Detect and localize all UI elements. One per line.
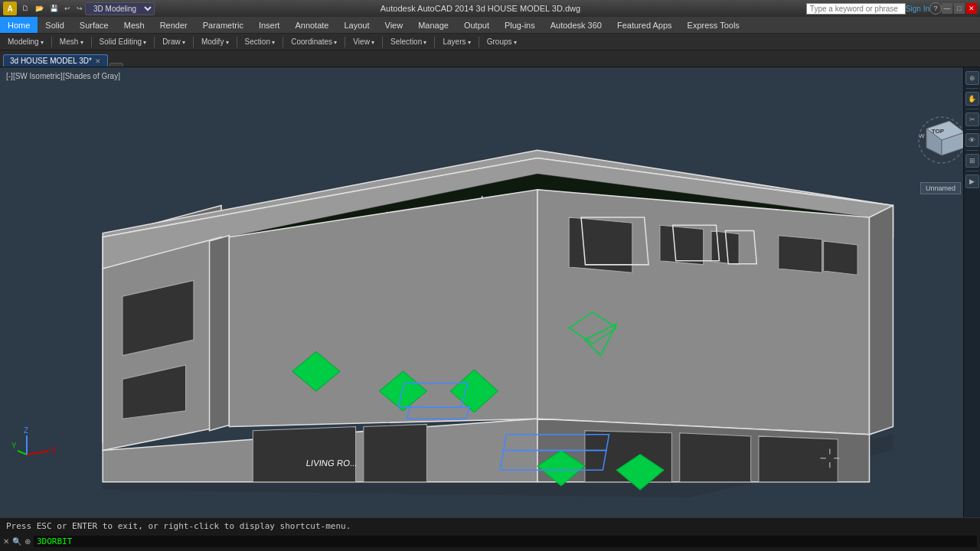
svg-line-57: [27, 451, 50, 455]
unnamed-panel: Unnamed: [920, 182, 961, 194]
ribbon-tab-annotate[interactable]: Annotate: [287, 17, 336, 33]
ribbon-tab-manage[interactable]: Manage: [410, 17, 456, 33]
maximize-button[interactable]: □: [954, 3, 965, 14]
svg-text:X: X: [51, 446, 57, 455]
toolbar-strip: Modeling Mesh Solid Editing Draw Modify …: [0, 34, 980, 51]
layers-tool[interactable]: Layers: [438, 37, 475, 47]
undo-btn[interactable]: ↩: [62, 4, 73, 13]
ribbon-tab-mesh[interactable]: Mesh: [116, 17, 152, 33]
svg-marker-40: [759, 436, 838, 482]
window-title: Autodesk AutoCAD 2014 3d HOUSE MODEL 3D.…: [155, 4, 806, 13]
vc-sep-3: [966, 129, 978, 130]
ribbon-tab-layout[interactable]: Layout: [336, 17, 377, 33]
command-input-row: ✕ 🔍 ⊕: [0, 534, 980, 549]
viewport-label: [-][SW Isometric][Shades of Gray]: [6, 72, 120, 80]
vc-sep-4: [966, 150, 978, 151]
ribbon-tab-featuredapps[interactable]: Featured Apps: [609, 17, 680, 33]
section-tool[interactable]: Section: [240, 37, 280, 47]
new-btn[interactable]: 🗋: [20, 4, 31, 13]
close-button[interactable]: ✕: [966, 3, 977, 14]
svg-marker-20: [210, 236, 230, 431]
tab-close-icon[interactable]: ✕: [95, 57, 101, 65]
pan-icon[interactable]: ✋: [965, 92, 979, 106]
modify-tool[interactable]: Modify: [197, 37, 234, 47]
ribbon-tab-solid[interactable]: Solid: [38, 17, 71, 33]
ribbon-tab-autodesk360[interactable]: Autodesk 360: [543, 17, 609, 33]
svg-marker-28: [711, 230, 739, 264]
view-tool[interactable]: View: [348, 37, 379, 47]
ribbon-tab-view[interactable]: View: [377, 17, 411, 33]
svg-marker-23: [869, 205, 893, 434]
view-controls-panel: ⊕ ✋ ✂ 👁 ⊞ ▶: [963, 67, 980, 517]
tab-bar: 3d HOUSE MODEL 3D* ✕: [0, 51, 980, 67]
ribbon-tab-parametric[interactable]: Parametric: [195, 17, 251, 33]
svg-line-59: [18, 451, 27, 455]
orbit-icon[interactable]: ⊕: [965, 71, 979, 85]
command-icon-button[interactable]: ⊕: [24, 537, 31, 546]
ribbon-tab-output[interactable]: Output: [456, 17, 497, 33]
ribbon-tab-insert[interactable]: Insert: [251, 17, 288, 33]
separator-4: [193, 37, 194, 47]
axis-svg: X Y Z: [11, 424, 57, 470]
walk-icon[interactable]: ⊞: [965, 154, 979, 168]
svg-text:Z: Z: [24, 426, 28, 435]
selection-tool[interactable]: Selection: [386, 37, 431, 47]
groups-tool[interactable]: Groups: [482, 37, 521, 47]
separator-10: [479, 37, 479, 47]
svg-text:TOP: TOP: [932, 128, 945, 135]
separator-1: [51, 37, 52, 47]
workspace-dropdown[interactable]: 3D Modeling: [85, 2, 155, 15]
look-icon[interactable]: 👁: [965, 133, 979, 147]
vc-sep-2: [966, 109, 978, 109]
modeling-tool[interactable]: Modeling: [3, 37, 48, 47]
separator-7: [345, 37, 345, 47]
svg-marker-36: [253, 426, 355, 481]
viewport[interactable]: [-][SW Isometric][Shades of Gray] .wall …: [0, 67, 980, 517]
help-button[interactable]: ?: [929, 2, 942, 15]
vc-sep-5: [966, 171, 978, 171]
drawing-tab-new[interactable]: [109, 63, 123, 67]
save-btn[interactable]: 💾: [47, 4, 60, 13]
open-btn[interactable]: 📂: [33, 4, 46, 13]
search-input[interactable]: [806, 3, 906, 15]
separator-3: [154, 37, 155, 47]
title-bar: A 🗋 📂 💾 ↩ ↪ 3D Modeling Autodesk AutoCAD…: [0, 0, 980, 17]
zoom-icon[interactable]: ✂: [965, 112, 979, 126]
draw-tool[interactable]: Draw: [158, 37, 190, 47]
ribbon-tab-home[interactable]: Home: [0, 17, 38, 33]
svg-text:LIVING RO...: LIVING RO...: [305, 458, 358, 468]
redo-btn[interactable]: ↪: [74, 4, 85, 13]
ribbon-tab-render[interactable]: Render: [152, 17, 195, 33]
coordinates-tool[interactable]: Coordinates: [286, 37, 341, 47]
ribbon-tab-plugins[interactable]: Plug-ins: [497, 17, 543, 33]
command-search-button[interactable]: 🔍: [12, 537, 21, 546]
vc-sep-1: [966, 88, 978, 89]
command-status: Press ESC or ENTER to exit, or right-cli…: [0, 518, 980, 534]
mesh-tool[interactable]: Mesh: [55, 37, 88, 47]
axis-indicator: X Y Z: [11, 424, 57, 471]
command-clear-button[interactable]: ✕: [3, 537, 9, 546]
svg-marker-37: [364, 424, 427, 481]
minimize-button[interactable]: —: [942, 3, 952, 14]
svg-text:Y: Y: [11, 442, 17, 450]
ribbon-tab-surface[interactable]: Surface: [72, 17, 116, 33]
command-input-field[interactable]: [34, 536, 977, 547]
flythrough-icon[interactable]: ▶: [965, 174, 979, 188]
separator-2: [91, 37, 92, 47]
navigation-cube[interactable]: TOP W: [911, 113, 965, 167]
ribbon-tab-expresstools[interactable]: Express Tools: [680, 17, 747, 33]
svg-marker-30: [824, 241, 858, 275]
sign-in-button[interactable]: Sign In: [906, 5, 929, 13]
app-icon: A: [3, 2, 17, 15]
solid-editing-tool[interactable]: Solid Editing: [95, 37, 152, 47]
separator-6: [283, 37, 283, 47]
unnamed-label: Unnamed: [926, 184, 956, 192]
separator-9: [434, 37, 435, 47]
svg-marker-27: [660, 225, 704, 265]
quick-access-toolbar: 🗋 📂 💾 ↩ ↪: [20, 4, 85, 13]
drawing-tab-active[interactable]: 3d HOUSE MODEL 3D* ✕: [3, 54, 108, 67]
command-area: Press ESC or ENTER to exit, or right-cli…: [0, 517, 980, 551]
separator-8: [382, 37, 383, 47]
svg-marker-29: [779, 236, 822, 273]
house-model-svg: .wall { fill: #8a8a8a; stroke: #e0e0e0; …: [0, 67, 980, 517]
